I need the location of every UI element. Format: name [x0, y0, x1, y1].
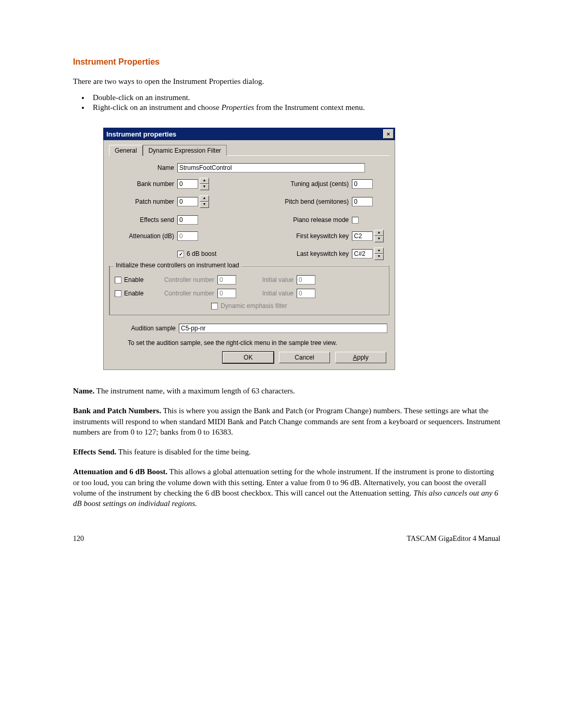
- enable-label: Enable: [124, 290, 143, 297]
- first-keyswitch-input[interactable]: [352, 231, 373, 241]
- tab-strip: General Dynamic Expression Filter: [109, 144, 389, 156]
- list-item-text: from the Instrument context menu.: [254, 103, 364, 112]
- audition-sample-input[interactable]: [179, 324, 387, 333]
- page-number: 120: [73, 535, 84, 543]
- controller1-enable-checkbox[interactable]: [115, 277, 121, 283]
- desc-name-text: The instrument name, with a maximum leng…: [94, 387, 295, 395]
- tab-dynamic-expression-filter[interactable]: Dynamic Expression Filter: [143, 145, 227, 156]
- spin-down-icon[interactable]: ▼: [374, 236, 384, 242]
- list-item-text: Right-click on an instrument and choose: [93, 103, 222, 112]
- tuning-adjust-input[interactable]: [352, 179, 373, 189]
- last-keyswitch-label: Last keyswitch key: [244, 250, 352, 257]
- group-label: Initialize these controllers on instrume…: [114, 262, 241, 269]
- cancel-button[interactable]: Cancel: [279, 352, 330, 363]
- piano-release-checkbox[interactable]: [352, 217, 359, 224]
- spin-up-icon[interactable]: ▲: [374, 230, 384, 236]
- dynamic-emphasis-filter-checkbox[interactable]: [211, 303, 218, 310]
- initial-value-label: Initial value: [247, 290, 297, 297]
- close-icon[interactable]: ×: [383, 129, 394, 139]
- dialog-title: Instrument properties: [106, 130, 176, 138]
- effects-send-label: Effects send: [109, 216, 177, 224]
- apply-button[interactable]: Apply: [335, 352, 386, 363]
- first-keyswitch-label: First keyswitch key: [244, 232, 352, 240]
- list-item: Double-click on an instrument.: [90, 93, 500, 102]
- audition-sample-label: Audition sample: [124, 325, 179, 332]
- first-keyswitch-spinner[interactable]: ▲ ▼: [374, 230, 384, 242]
- bank-number-spinner[interactable]: ▲ ▼: [200, 178, 209, 190]
- desc-effects-heading: Effects Send.: [73, 448, 116, 456]
- patch-number-input[interactable]: [177, 197, 198, 206]
- bank-number-input[interactable]: [177, 179, 198, 189]
- patch-number-spinner[interactable]: ▲ ▼: [200, 195, 209, 208]
- name-input[interactable]: [177, 163, 365, 172]
- desc-attenuation-heading: Attenuation and 6 dB Boost.: [73, 467, 167, 476]
- controller1-number-input: [217, 275, 236, 285]
- apply-mnemonic: A: [353, 354, 357, 361]
- attenuation-input: [177, 231, 198, 241]
- tuning-adjust-label: Tuning adjust (cents): [244, 180, 352, 188]
- desc-name-heading: Name.: [73, 387, 94, 395]
- spin-up-icon[interactable]: ▲: [200, 195, 209, 202]
- instrument-properties-dialog: Instrument properties × General Dynamic …: [103, 128, 395, 370]
- six-db-boost-label: 6 dB boost: [187, 250, 216, 257]
- dynamic-emphasis-filter-label: Dynamic emphasis filter: [221, 302, 287, 310]
- tab-general[interactable]: General: [109, 145, 143, 156]
- open-methods-list: Double-click on an instrument. Right-cli…: [90, 93, 500, 112]
- desc-attenuation: Attenuation and 6 dB Boost. This allows …: [73, 466, 500, 509]
- bank-number-label: Bank number: [109, 180, 177, 188]
- list-item-emphasis: Properties: [222, 103, 254, 112]
- controller-number-label: Controller number: [160, 276, 217, 283]
- spin-down-icon[interactable]: ▼: [200, 184, 209, 190]
- intro-text: There are two ways to open the Instrumen…: [73, 77, 500, 86]
- name-label: Name: [109, 164, 177, 171]
- controller2-initial-value-input: [297, 289, 315, 298]
- desc-name: Name. The instrument name, with a maximu…: [73, 386, 500, 396]
- controller1-initial-value-input: [297, 275, 315, 285]
- section-heading: Instrument Properties: [73, 57, 500, 67]
- patch-number-label: Patch number: [109, 198, 177, 205]
- last-keyswitch-spinner[interactable]: ▲ ▼: [374, 248, 384, 260]
- apply-rest: pply: [357, 354, 369, 361]
- desc-bank-heading: Bank and Patch Numbers.: [73, 406, 161, 415]
- desc-bank-patch: Bank and Patch Numbers. This is where yo…: [73, 405, 500, 437]
- pitch-bend-label: Pitch bend (semitones): [244, 198, 352, 205]
- attenuation-label: Attenuation (dB): [109, 232, 177, 240]
- controller-number-label: Controller number: [160, 290, 217, 297]
- ok-button[interactable]: OK: [223, 352, 274, 363]
- manual-title: TASCAM GigaEditor 4 Manual: [407, 535, 500, 543]
- piano-release-label: Piano release mode: [244, 216, 352, 224]
- effects-send-input[interactable]: [177, 215, 198, 225]
- list-item: Right-click on an instrument and choose …: [90, 103, 500, 112]
- last-keyswitch-input[interactable]: [352, 249, 373, 258]
- spin-up-icon[interactable]: ▲: [374, 248, 384, 254]
- pitch-bend-input[interactable]: [352, 197, 373, 206]
- initial-value-label: Initial value: [247, 276, 297, 283]
- spin-down-icon[interactable]: ▼: [374, 254, 384, 260]
- controller2-number-input: [217, 289, 236, 298]
- dialog-titlebar[interactable]: Instrument properties ×: [103, 128, 395, 140]
- audition-hint: To set the audition sample, see the righ…: [128, 339, 389, 347]
- six-db-boost-checkbox[interactable]: ✓: [177, 251, 184, 257]
- spin-up-icon[interactable]: ▲: [200, 178, 209, 184]
- desc-effects-send: Effects Send. This feature is disabled f…: [73, 447, 500, 457]
- controller2-enable-checkbox[interactable]: [115, 290, 121, 297]
- spin-down-icon[interactable]: ▼: [200, 202, 209, 208]
- enable-label: Enable: [124, 276, 143, 283]
- desc-effects-text: This feature is disabled for the time be…: [116, 448, 251, 456]
- initialize-controllers-group: Initialize these controllers on instrume…: [109, 265, 389, 315]
